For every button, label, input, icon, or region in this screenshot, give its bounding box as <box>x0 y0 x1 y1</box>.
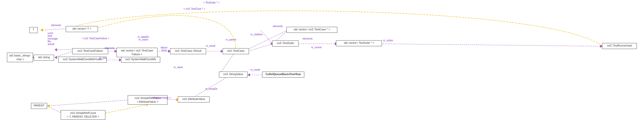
svg-marker-18 <box>40 29 43 32</box>
node-ns3-SimpleRefCount-T-PARENT: ns3::SimpleRefCount< T, PARENT, DELETER … <box>61 110 106 120</box>
node-ns3-StringValue: ns3::StringValue <box>219 72 248 78</box>
svg-line-2 <box>381 44 602 46</box>
node-ns3-TestSuite: ns3::TestSuite <box>272 41 298 47</box>
label-m-runner: m_runner <box>311 46 322 49</box>
label-m-children: m_children <box>250 33 262 36</box>
label-AttributeValue: < AttributeValue > <box>151 96 171 99</box>
node-std-vector-TestCaseFailure: std::vector< ns3::TestCaseFailure > <box>116 48 158 57</box>
label-TestCase-arc: < ns3::TestCase * > <box>184 8 205 10</box>
node-T: T <box>29 27 38 33</box>
node-ns3-SystemWallClockMs: ns3::SystemWallClockMs <box>121 57 160 63</box>
node-ns3-TestRunnerImpl: ns3::TestRunnerImpl <box>602 43 637 49</box>
svg-marker-38 <box>47 104 50 107</box>
label-failure-clock: failureclock <box>161 46 168 52</box>
node-std-vector-TestCase: std::vector< ns3::TestCase * > <box>286 27 337 33</box>
label-TestCaseFailure-arc: < ns3::TestCaseFailure > <box>82 37 109 40</box>
svg-line-6 <box>260 30 273 44</box>
node-std-vector-TestSuite: std::vector< TestSuite * > <box>336 40 382 46</box>
node-CoDelQueueBasicOverflow: CoDelQueueBasicOverflow <box>262 72 304 78</box>
label-m-value: m_value <box>174 66 183 69</box>
svg-line-35 <box>106 104 148 113</box>
node-PARENT: PARENT <box>31 103 47 109</box>
label-elements-1: elements <box>51 24 61 27</box>
label-m-result: m_result <box>206 45 215 47</box>
label-elements-4: elements <box>302 37 313 40</box>
node-std-string: std::string <box>34 55 54 61</box>
label-m-parent: m_parent <box>226 38 236 41</box>
svg-line-29 <box>220 51 236 73</box>
label-TestSuite-arc: < TestSuite * > <box>203 1 220 4</box>
svg-line-17 <box>40 29 66 30</box>
node-std-basic-string: std::basic_string< char > <box>7 53 33 62</box>
svg-line-37 <box>47 100 129 106</box>
label-elements-2: elements <box>105 47 115 50</box>
node-ns3-TestCase: ns3::TestCase <box>223 48 249 54</box>
svg-marker-24 <box>54 56 57 59</box>
svg-marker-28 <box>248 73 250 76</box>
label-m-mode: m_mode <box>250 68 260 71</box>
label-elements-3: elements <box>273 25 283 28</box>
label-m-tempDir: m_tempDir <box>205 87 218 90</box>
label-m-priv: m_priv <box>99 57 107 59</box>
svg-marker-26 <box>54 48 57 51</box>
node-ns3-TestCase-Result: ns3::TestCase::Result <box>170 48 206 54</box>
label-m-dataDir: m_dataDirm_name <box>138 36 149 41</box>
node-ns3-AttributeValue: ns3::AttributeValue <box>178 96 210 102</box>
label-cond-etc: condlimitmessagefileactual <box>48 32 58 46</box>
node-ns3-TestCaseFailure: ns3::TestCaseFailure <box>72 48 108 54</box>
node-std-vector-T: std::vector< T > <box>66 26 98 32</box>
label-m-suites: m_suites <box>383 39 393 42</box>
